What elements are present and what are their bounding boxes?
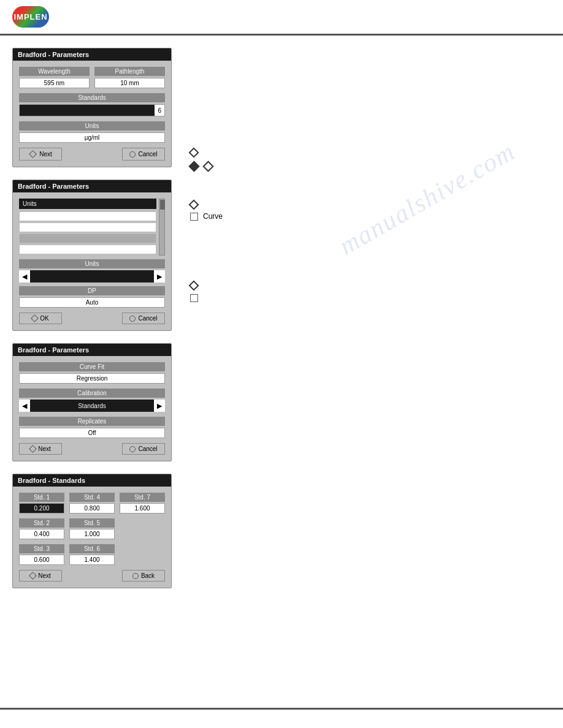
dialog4-next-icon — [29, 572, 37, 580]
dp-label: DP — [19, 286, 165, 295]
cal-arrow-right[interactable]: ▶ — [154, 400, 165, 412]
units-value[interactable]: µg/ml — [19, 132, 165, 143]
wavelength-group: Wavelength 595 nm — [19, 67, 90, 88]
std4-label: Std. 4 — [69, 493, 115, 502]
std5-cell: Std. 5 1.000 — [69, 518, 115, 539]
dialog4-title: Bradford - Standards — [13, 474, 171, 487]
units-arrow-selector[interactable]: ◀ ▶ — [19, 270, 165, 282]
diamond-outline-icon-4 — [189, 281, 199, 291]
dialog1: Bradford - Parameters Wavelength 595 nm … — [12, 48, 172, 167]
dialog3-cancel-icon — [129, 446, 136, 452]
dialog1-top-row: Wavelength 595 nm Pathlength 10 mm — [19, 67, 165, 88]
icon-row-2 — [190, 162, 551, 170]
pathlength-group: Pathlength 10 mm — [94, 67, 165, 88]
units-arrow-left[interactable]: ◀ — [19, 270, 30, 282]
dialog3-cancel-label: Cancel — [138, 446, 157, 452]
dialog2-scrollbar[interactable] — [159, 199, 165, 256]
std-empty2 — [120, 544, 165, 565]
wavelength-label: Wavelength — [19, 67, 90, 76]
header: IMPLEN — [0, 0, 563, 36]
standards-spinner-value[interactable]: 6 — [155, 105, 164, 116]
dialog4-back-label: Back — [141, 572, 155, 579]
dialog2-ok-label: OK — [40, 315, 48, 322]
units-section-header: Units — [19, 199, 156, 209]
units-group: Units µg/ml — [19, 121, 165, 143]
dialog1-next-button[interactable]: Next — [19, 148, 62, 161]
units-list-item4[interactable] — [19, 245, 156, 254]
std3-value[interactable]: 0.600 — [19, 555, 64, 565]
std2-label: Std. 2 — [19, 518, 64, 528]
replicates-label: Replicates — [19, 417, 165, 426]
std-empty — [120, 518, 165, 539]
icon-row-4 — [190, 282, 551, 289]
dialog3-title: Bradford - Parameters — [13, 344, 171, 356]
std4-cell: Std. 4 0.800 — [69, 493, 115, 514]
cal-arrow-left[interactable]: ◀ — [19, 400, 30, 412]
dialog1-cancel-button[interactable]: Cancel — [122, 148, 165, 161]
curve-fit-group: Curve Fit Regression — [19, 362, 165, 384]
square-outline-icon-2 — [190, 294, 198, 302]
dialog3: Bradford - Parameters Curve Fit Regressi… — [12, 343, 172, 461]
dialog1-cancel-label: Cancel — [138, 151, 157, 157]
std3-label: Std. 3 — [19, 544, 64, 553]
footer-line — [0, 708, 563, 710]
dialog4-back-icon — [132, 573, 139, 579]
curve-fit-value[interactable]: Regression — [19, 373, 165, 384]
wavelength-value[interactable]: 595 nm — [19, 78, 90, 88]
dialog4-back-button[interactable]: Back — [122, 570, 165, 582]
units-arrow-right[interactable]: ▶ — [154, 270, 165, 282]
dialog2-buttons: OK Cancel — [19, 313, 165, 324]
units-list-item2[interactable] — [19, 222, 156, 232]
std2-value[interactable]: 0.400 — [19, 529, 64, 539]
std6-cell: Std. 6 1.400 — [69, 544, 115, 565]
square-outline-icon-1 — [190, 213, 198, 221]
dialog4-buttons: Next Back — [19, 570, 165, 582]
units-label: Units — [19, 121, 165, 131]
dialog3-next-label: Next — [38, 446, 51, 452]
dialog3-buttons: Next Cancel — [19, 443, 165, 455]
calibration-label: Calibration — [19, 389, 165, 398]
std6-value[interactable]: 1.400 — [69, 555, 115, 565]
diamond-outline-icon-2 — [202, 161, 213, 172]
dialog1-buttons: Next Cancel — [19, 148, 165, 161]
units-inner-group: Units ◀ ▶ — [19, 259, 165, 282]
units-list-item1[interactable] — [19, 211, 156, 221]
pathlength-value[interactable]: 10 mm — [94, 78, 165, 88]
main-content: Bradford - Parameters Wavelength 595 nm … — [0, 36, 563, 601]
dialog2-cancel-button[interactable]: Cancel — [122, 313, 165, 324]
std7-value[interactable]: 1.600 — [120, 503, 165, 514]
std4-value[interactable]: 0.800 — [69, 503, 115, 514]
replicates-group: Replicates Off — [19, 417, 165, 438]
dp-value[interactable]: Auto — [19, 297, 165, 308]
dialog3-next-button[interactable]: Next — [19, 443, 62, 455]
std1-cell: Std. 1 0.200 — [19, 493, 64, 514]
calibration-group: Calibration ◀ Standards ▶ — [19, 389, 165, 412]
right-icons-area3: Curve — [190, 201, 551, 221]
dialog2: Bradford - Parameters Units — [12, 180, 172, 331]
units-list-item3[interactable] — [19, 233, 156, 243]
curve-label: Curve — [203, 212, 223, 221]
calibration-arrow[interactable]: ◀ Standards ▶ — [19, 400, 165, 412]
replicates-value[interactable]: Off — [19, 428, 165, 438]
dialog1-body: Wavelength 595 nm Pathlength 10 mm Stand… — [13, 61, 171, 167]
standards-grid: Std. 1 0.200 Std. 4 0.800 Std. 7 1.600 S… — [19, 493, 165, 565]
std5-value[interactable]: 1.000 — [69, 529, 115, 539]
cancel-circle-icon — [129, 151, 136, 157]
std2-cell: Std. 2 0.400 — [19, 518, 64, 539]
standards-spinner[interactable]: 6 — [19, 104, 165, 116]
dialog4-next-label: Next — [38, 572, 51, 579]
right-content: Curve — [184, 48, 551, 588]
logo: IMPLEN — [12, 6, 49, 28]
icon-row-1 — [190, 149, 551, 156]
std1-value[interactable]: 0.200 — [19, 503, 64, 514]
dialog1-title: Bradford - Parameters — [13, 48, 171, 61]
dialog3-cancel-button[interactable]: Cancel — [122, 443, 165, 455]
dialog2-body: Units Units ◀ — [13, 192, 171, 330]
diamond-outline-icon-1 — [189, 148, 199, 158]
dialog2-ok-button[interactable]: OK — [19, 313, 62, 324]
dialog4-next-button[interactable]: Next — [19, 570, 62, 582]
curve-fit-label: Curve Fit — [19, 362, 165, 371]
std7-cell: Std. 7 1.600 — [120, 493, 165, 514]
diamond-outline-icon-3 — [189, 200, 199, 210]
dp-group: DP Auto — [19, 286, 165, 308]
